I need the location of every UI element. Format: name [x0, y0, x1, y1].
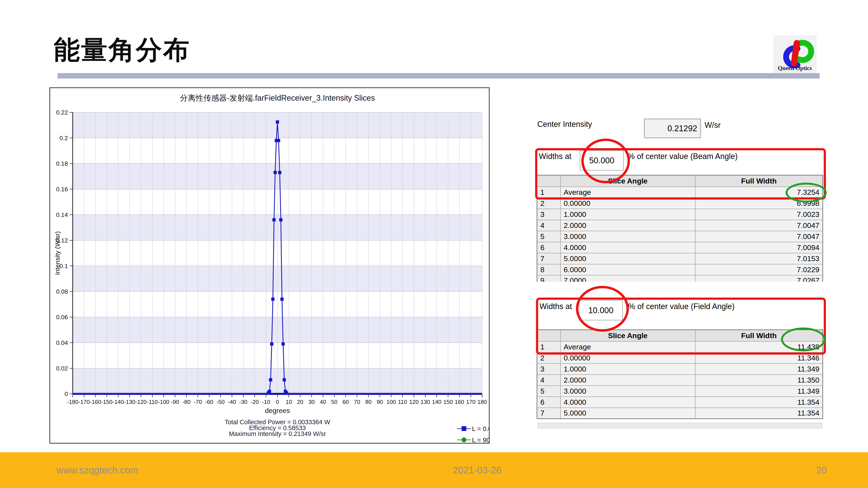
table-row[interactable]: 97.00007.0267 [537, 275, 823, 282]
x-tick-label: 30 [308, 399, 315, 405]
table-row[interactable]: 31.000011.349 [537, 363, 823, 375]
data-point-marker [269, 378, 272, 382]
field-table-header-row: Slice Angle Full Width [537, 330, 823, 341]
data-point-marker [282, 378, 286, 382]
y-tick-label: 0.08 [56, 288, 68, 295]
x-tick-label: 160 [455, 399, 464, 405]
x-tick-label: -70 [194, 399, 202, 405]
y-tick-label: 0.2 [59, 135, 68, 141]
x-tick-label: -100 [158, 399, 169, 405]
x-tick-label: 120 [409, 399, 418, 405]
footer-bar: www.szqgtech.com 2021-03-26 20 [0, 452, 868, 488]
data-point-marker [274, 171, 277, 174]
table-row[interactable]: 20.000006.9998 [537, 198, 823, 209]
x-tick-label: 100 [386, 399, 396, 405]
x-tick-label: 60 [343, 399, 349, 405]
x-tick-label: -50 [217, 399, 225, 405]
field-header-full-width: Full Width [695, 330, 823, 341]
data-point-marker [279, 218, 282, 222]
field-header-index [537, 330, 560, 341]
x-tick-label: -30 [239, 399, 247, 405]
logo-text: Queen Optics [778, 65, 812, 71]
chart-annotation: Maximum Intensity = 0.21349 W/sr [229, 430, 326, 437]
table-row[interactable]: 42.000011.350 [537, 375, 823, 386]
x-tick-label: -10 [262, 399, 270, 405]
data-point-marker [277, 139, 280, 142]
data-point-marker [272, 218, 276, 222]
table-row[interactable]: 53.00007.0047 [537, 231, 823, 242]
x-tick-label: -160 [90, 399, 101, 405]
y-tick-label: 0.02 [56, 365, 68, 372]
table-row[interactable]: 1Average7.3254 [537, 187, 823, 198]
table-row[interactable]: 20.0000011.346 [537, 352, 823, 363]
intensity-slices-chart: -180-170-160-150-140-130-120-110-100-90-… [50, 88, 489, 443]
data-point-marker [280, 298, 284, 301]
x-tick-label: -110 [147, 399, 158, 405]
x-tick-label: -140 [113, 399, 124, 405]
x-tick-label: 10 [286, 399, 292, 405]
footer-website: www.szqgtech.com [56, 465, 138, 476]
footer-page-number: 20 [816, 465, 827, 476]
table-row[interactable]: 86.00007.0229 [537, 264, 823, 275]
beam-angle-table-viewport: Slice Angle Full Width 1Average7.325420.… [537, 175, 824, 282]
footer-date: 2021-03-26 [138, 465, 816, 476]
x-tick-label: 170 [466, 399, 475, 405]
data-point-marker [278, 171, 281, 174]
x-tick-label: 90 [377, 399, 383, 405]
center-intensity-value-box[interactable]: 0.21292 [644, 119, 701, 138]
data-point-marker [268, 390, 271, 393]
x-tick-label: -180 [67, 399, 78, 405]
x-tick-label: -150 [101, 399, 113, 405]
beam-angle-table[interactable]: Slice Angle Full Width 1Average7.325420.… [537, 175, 823, 282]
field-widths-suffix-label: % of center value (Field Angle) [628, 302, 735, 311]
table-row[interactable]: 64.000011.354 [537, 397, 823, 408]
table-row[interactable]: 75.000011.354 [537, 408, 823, 419]
beam-table-body: 1Average7.325420.000006.999831.00007.002… [537, 187, 823, 282]
beam-header-index [537, 175, 560, 187]
table-row[interactable]: 1Average11.438 [537, 341, 823, 352]
x-tick-label: -80 [182, 399, 190, 405]
intensity-slices-chart-panel: -180-170-160-150-140-130-120-110-100-90-… [50, 88, 490, 444]
x-tick-label: -60 [205, 399, 213, 405]
x-tick-label: 180 [477, 399, 487, 405]
data-point-marker [271, 298, 275, 301]
y-tick-label: 0.22 [56, 109, 68, 116]
legend-entry: L = 90.000 [457, 436, 489, 443]
x-tick-label: 110 [398, 399, 407, 405]
x-tick-label: -20 [251, 399, 259, 405]
beam-widths-suffix-label: % of center value (Beam Angle) [628, 152, 738, 161]
x-tick-label: 40 [320, 399, 326, 405]
legend-label: L = 90.000 [472, 436, 489, 443]
x-tick-label: 140 [432, 399, 441, 405]
x-tick-label: 20 [297, 399, 303, 405]
x-axis-title: degrees [265, 407, 290, 415]
data-point-marker [285, 391, 288, 394]
y-tick-label: 0 [64, 391, 68, 397]
slide: 能量角分布 Queen Optics -180-170-160-150-140-… [0, 0, 868, 488]
horizontal-scrollbar[interactable] [537, 423, 823, 428]
legend-square-marker-icon [462, 426, 466, 431]
field-table-body: 1Average11.43820.0000011.34631.000011.34… [537, 341, 823, 419]
field-angle-table[interactable]: Slice Angle Full Width 1Average11.43820.… [537, 329, 823, 419]
table-row[interactable]: 53.000011.349 [537, 386, 823, 397]
field-threshold-input[interactable]: 10.000 [579, 300, 623, 320]
data-point-marker [270, 342, 273, 346]
table-row[interactable]: 42.00007.0047 [537, 220, 823, 231]
x-tick-label: -90 [171, 399, 179, 405]
x-tick-label: -120 [135, 399, 147, 405]
x-tick-label: 80 [365, 399, 372, 405]
page-title: 能量角分布 [54, 33, 190, 68]
x-tick-label: 50 [331, 399, 337, 405]
table-row[interactable]: 75.00007.0153 [537, 253, 823, 264]
x-tick-label: -170 [78, 399, 90, 405]
field-angle-table-viewport: Slice Angle Full Width 1Average11.43820.… [537, 329, 824, 421]
queen-optics-logo-icon: Queen Optics [773, 35, 816, 73]
y-axis-title: Intensity (W/sr) [54, 231, 61, 275]
beam-header-slice-angle: Slice Angle [560, 175, 695, 187]
x-tick-label: 130 [421, 399, 430, 405]
x-tick-label: 150 [443, 399, 453, 405]
beam-threshold-input[interactable]: 50.000 [580, 151, 624, 170]
x-tick-label: 70 [354, 399, 360, 405]
table-row[interactable]: 64.00007.0094 [537, 242, 823, 253]
table-row[interactable]: 31.00007.0023 [537, 209, 823, 220]
